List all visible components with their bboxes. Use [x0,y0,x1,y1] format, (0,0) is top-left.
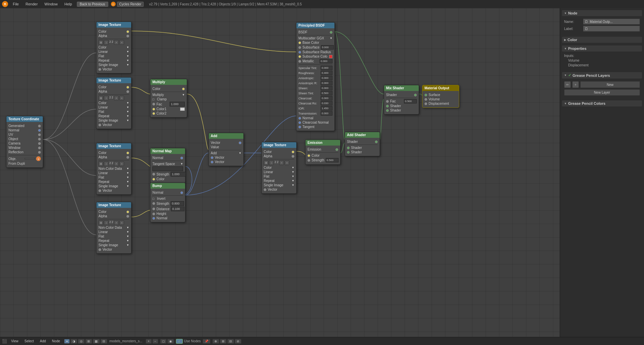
main-area: Texture Coordinate Generated Normal UV O… [0,8,644,337]
use-nodes-checkbox[interactable]: ✓ [176,339,183,344]
node-body-emission: Emission Color Strength [305,146,340,164]
add-shader-node[interactable]: Add Shader Shader Shader Shader [345,132,380,156]
emission-strength[interactable] [326,158,339,162]
node-header-it4: Image Texture [96,202,131,208]
bottom-add[interactable]: Add [38,339,48,344]
principled-transmission[interactable] [321,111,332,116]
node-row-object: Object [8,137,41,141]
gp-plus-icon[interactable]: + [572,81,579,88]
node-row-fromdupli: From Dupli [8,162,41,165]
panel-section-color: ▶ Color [562,37,642,43]
principled-anisotropicr[interactable] [321,81,332,85]
principled-ior[interactable] [321,106,332,111]
menu-file[interactable]: File [11,1,21,7]
node-body-multiply: Color Multiply ▼ □ Clamp Fac 1.000 [150,85,187,117]
bottom-nav-btns: ⊕ ⊞ ⊟ ⊘ [212,339,241,344]
principled-metallic[interactable] [320,59,332,63]
render-engine-selector[interactable]: Cycles Render [117,2,144,7]
principled-subsurface[interactable] [321,45,334,50]
right-panel: ▼ Node Name: 🗋 Material Outp... Label: 🗋 [560,8,644,337]
mode-btn-1[interactable]: ● [64,339,70,344]
node-header-normalmap: Normal Map [150,148,185,154]
panel-header-grease-pencil[interactable]: ▼ ✓ Grease Pencil Layers [562,72,642,79]
panel-header-color[interactable]: ▶ Color [562,37,642,43]
render-btn-1[interactable]: ◻ [160,339,167,344]
principled-clearcoat[interactable] [321,96,332,100]
socket-object [38,138,41,140]
node-header-mixshader: Mix Shader [384,85,419,91]
image-texture-node-2[interactable]: Image Texture Color Alpha ⊞ ↕ 2 2 + [96,77,131,129]
blender-logo: B [2,1,8,7]
node-row-generated: Generated [8,124,41,128]
it1-alpha-row: Alpha [98,34,129,38]
principled-clearcoatrough[interactable] [321,101,332,105]
image-texture-node-4[interactable]: Image Texture Color Alpha ⊞ ↕ 2 2 + [96,202,131,254]
normal-map-node[interactable]: Normal Map Normal Tangent Space ▼ Streng… [150,148,185,183]
socket-it1-alpha-out [126,35,129,37]
bump-distance-input[interactable] [171,207,184,211]
nav-btn-3[interactable]: ⊟ [227,339,234,344]
mode-btn-4[interactable]: ⊞ [85,339,92,344]
menu-window[interactable]: Window [42,1,60,7]
node-body-bump: Normal □ Invert Strength Distance [150,189,185,222]
menu-render[interactable]: Render [24,1,40,7]
emission-node[interactable]: Emission Emission Color Strength [305,139,341,165]
bottom-filename: models_monsters_s... [109,339,142,343]
add-node[interactable]: Add Vector Value Add ▼ Vector [208,133,244,166]
bottom-bar: ⬛ View Select Add Node ● ◑ ◎ ⊞ ▦ ⊟ model… [0,337,644,345]
panel-header-properties[interactable]: ▼ Properties [562,45,642,52]
multiply-node[interactable]: Multiply Color Multiply ▼ □ Clamp [150,79,187,118]
bottom-mode-buttons: ● ◑ ◎ ⊞ ▦ ⊟ [64,339,107,344]
node-body-it4: Color Alpha ⊞ ↕ 2 2 + × Non-Color D [96,208,131,253]
bump-node[interactable]: Bump Normal □ Invert Strength [150,183,185,222]
image-texture-node-3[interactable]: Image Texture Color Alpha ⊞ ↕ 2 2 + [96,143,131,195]
principled-roughness[interactable] [321,71,332,75]
principled-anisotropic[interactable] [321,76,332,80]
image-texture-node-5[interactable]: Image Texture Color Alpha ⊞ ↕ 2 2 + [261,142,297,194]
new-layer-button[interactable]: New Layer [564,89,640,96]
back-to-previous-button[interactable]: Back to Previous [77,2,108,7]
mode-btn-3[interactable]: ◎ [78,339,85,344]
socket-it1-color-out [126,30,129,33]
gp-pencil-icon[interactable]: ✏ [564,81,571,88]
editor-type-icon[interactable]: ⬛ [2,339,7,344]
material-output-node[interactable]: Material Output Surface Volume Displacem… [422,85,459,108]
bottom-node[interactable]: Node [50,339,62,344]
socket-normal [38,129,41,132]
principled-speculartint[interactable] [321,66,332,70]
zoom-in[interactable]: + [146,339,151,344]
nav-btn-4[interactable]: ⊘ [235,339,241,344]
node-body-principled: BSDF Multiscatter GGX ▼ Base Color Subsu… [296,28,334,131]
normalmap-strength-input[interactable] [171,172,186,177]
principled-sheentint[interactable] [321,91,332,95]
use-nodes-group: ✓ Use Nodes [176,339,201,344]
pin-btn[interactable]: 📌 [203,339,210,344]
node-editor[interactable]: Texture Coordinate Generated Normal UV O… [0,8,560,337]
principled-bsdf-node[interactable]: Principled BSDF BSDF Multiscatter GGX ▼ … [296,22,335,131]
socket-window [38,147,41,149]
mode-btn-5[interactable]: ▦ [93,339,100,344]
nav-btn-2[interactable]: ⊞ [220,339,227,344]
panel-header-node[interactable]: ▼ Node [562,10,642,16]
mixshader-fac[interactable] [404,99,417,103]
mode-btn-6[interactable]: ⊟ [100,339,107,344]
menu-help[interactable]: Help [62,1,74,7]
zoom-out[interactable]: − [152,339,158,344]
multiply-fac-input[interactable]: 1.000 [170,102,185,106]
node-body-add: Vector Value Add ▼ Vector Vector [209,139,243,166]
panel-content-node: Name: 🗋 Material Outp... Label: 🗋 [562,16,642,34]
bottom-select[interactable]: Select [23,339,36,344]
mix-shader-node[interactable]: Mix Shader Shader Fac Shader [384,85,419,115]
nav-btn-1[interactable]: ⊕ [212,339,219,344]
gp-btn-row: ✏ + New [564,81,640,88]
image-texture-node-1[interactable]: Image Texture Color Alpha ⊞ ↕ 2 2 + [96,22,131,73]
texture-coordinate-node[interactable]: Texture Coordinate Generated Normal UV O… [6,116,43,168]
bottom-view[interactable]: View [9,339,21,344]
mode-btn-2[interactable]: ◑ [70,339,77,344]
principled-sheen[interactable] [321,86,332,90]
bump-strength-input[interactable] [171,201,184,206]
render-btn-2[interactable]: ◉ [167,339,174,344]
new-layer-button-new[interactable]: New [580,81,640,88]
panel-header-gp-colors[interactable]: ▼ Grease Pencil Colors [562,100,642,106]
node-body-matoutput: Surface Volume Displacement [422,91,459,107]
